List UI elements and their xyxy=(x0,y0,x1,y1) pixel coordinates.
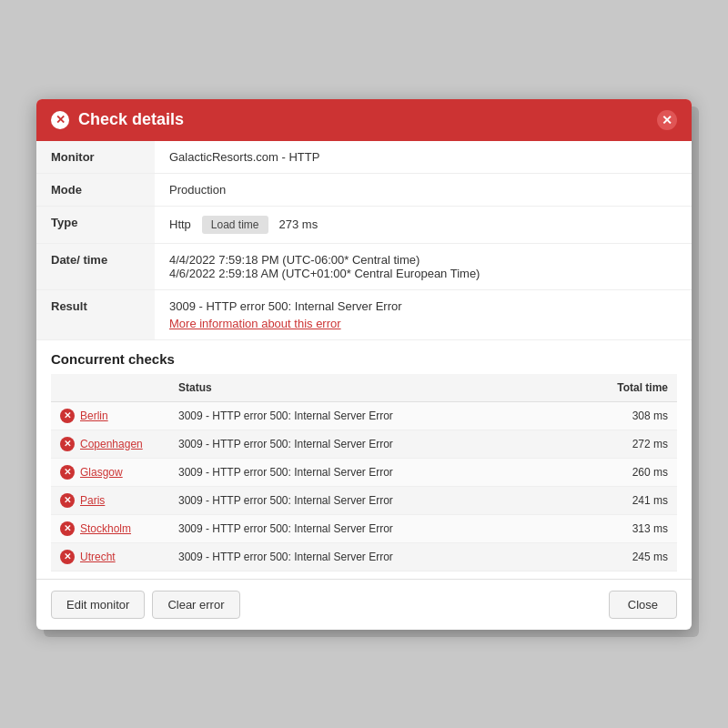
time-cell: 260 ms xyxy=(561,458,678,486)
city-link[interactable]: Utrecht xyxy=(80,551,116,563)
concurrent-table: Status Total time ✕ Berlin 3009 - HTTP e… xyxy=(51,374,677,571)
city-error-x: ✕ xyxy=(64,440,71,449)
edit-monitor-button[interactable]: Edit monitor xyxy=(51,591,145,619)
city-error-icon: ✕ xyxy=(60,409,75,423)
table-row: ✕ Utrecht 3009 - HTTP error 500: Interna… xyxy=(51,542,677,571)
col-time-header: Total time xyxy=(561,374,678,402)
mode-label: Mode xyxy=(36,173,155,206)
type-label: Type xyxy=(36,206,155,243)
col-city-header xyxy=(51,374,169,402)
result-value: 3009 - HTTP error 500: Internal Server E… xyxy=(155,289,692,339)
dialog-close-button[interactable]: ✕ xyxy=(657,110,677,130)
monitor-row: Monitor GalacticResorts.com - HTTP xyxy=(36,141,692,174)
city-link[interactable]: Paris xyxy=(80,494,105,507)
dialog-title: Check details xyxy=(78,110,648,129)
city-error-icon: ✕ xyxy=(60,550,75,564)
table-row: ✕ Glasgow 3009 - HTTP error 500: Interna… xyxy=(51,458,677,486)
datetime-line1: 4/4/2022 7:59:18 PM (UTC-06:00* Central … xyxy=(169,253,677,267)
status-cell: 3009 - HTTP error 500: Internal Server E… xyxy=(169,430,561,458)
result-label: Result xyxy=(36,289,155,339)
time-cell: 245 ms xyxy=(561,542,678,571)
datetime-label: Date/ time xyxy=(36,243,155,289)
city-error-x: ✕ xyxy=(64,496,71,505)
col-status-header: Status xyxy=(169,374,561,402)
city-link[interactable]: Berlin xyxy=(80,410,108,422)
status-cell: 3009 - HTTP error 500: Internal Server E… xyxy=(169,542,561,571)
concurrent-title: Concurrent checks xyxy=(51,351,677,367)
city-cell: ✕ Stockholm xyxy=(51,514,169,542)
table-row: ✕ Berlin 3009 - HTTP error 500: Internal… xyxy=(51,401,677,430)
table-row: ✕ Copenhagen 3009 - HTTP error 500: Inte… xyxy=(51,430,677,458)
datetime-row: Date/ time 4/4/2022 7:59:18 PM (UTC-06:0… xyxy=(36,243,692,289)
city-cell: ✕ Paris xyxy=(51,486,169,514)
type-load-time-row: Http Load time 273 ms xyxy=(169,216,677,234)
type-value: Http xyxy=(169,217,191,231)
check-details-dialog: ✕ Check details ✕ Monitor GalacticResort… xyxy=(36,99,692,630)
clear-error-button[interactable]: Clear error xyxy=(152,591,239,619)
type-row: Type Http Load time 273 ms xyxy=(36,206,692,243)
city-cell: ✕ Copenhagen xyxy=(51,430,169,458)
time-cell: 308 ms xyxy=(561,401,678,430)
status-cell: 3009 - HTTP error 500: Internal Server E… xyxy=(169,458,561,486)
city-error-icon: ✕ xyxy=(60,437,75,451)
load-time-value: 273 ms xyxy=(279,217,318,231)
time-cell: 241 ms xyxy=(561,486,678,514)
concurrent-header-row: Status Total time xyxy=(51,374,677,402)
monitor-value: GalacticResorts.com - HTTP xyxy=(155,141,692,174)
city-cell: ✕ Utrecht xyxy=(51,542,169,571)
time-cell: 313 ms xyxy=(561,514,678,542)
header-x-symbol: ✕ xyxy=(56,114,66,126)
city-error-icon: ✕ xyxy=(60,521,75,536)
status-cell: 3009 - HTTP error 500: Internal Server E… xyxy=(169,401,561,430)
city-cell: ✕ Glasgow xyxy=(51,458,169,486)
status-cell: 3009 - HTTP error 500: Internal Server E… xyxy=(169,514,561,542)
status-cell: 3009 - HTTP error 500: Internal Server E… xyxy=(169,486,561,514)
header-error-icon: ✕ xyxy=(51,111,69,129)
city-error-x: ✕ xyxy=(64,468,71,477)
city-cell: ✕ Berlin xyxy=(51,401,169,430)
concurrent-section: Concurrent checks Status Total time ✕ xyxy=(36,340,692,579)
table-row: ✕ Paris 3009 - HTTP error 500: Internal … xyxy=(51,486,677,514)
city-error-icon: ✕ xyxy=(60,493,75,508)
result-row: Result 3009 - HTTP error 500: Internal S… xyxy=(36,289,692,339)
monitor-label: Monitor xyxy=(36,141,155,174)
city-link[interactable]: Copenhagen xyxy=(80,438,143,450)
mode-value: Production xyxy=(155,173,692,206)
close-button[interactable]: Close xyxy=(609,591,677,619)
load-time-badge: Load time xyxy=(202,216,268,234)
city-error-x: ✕ xyxy=(64,552,71,561)
city-error-icon: ✕ xyxy=(60,465,75,480)
result-error-text: 3009 - HTTP error 500: Internal Server E… xyxy=(169,299,677,313)
datetime-line2: 4/6/2022 2:59:18 AM (UTC+01:00* Central … xyxy=(169,267,677,280)
info-table: Monitor GalacticResorts.com - HTTP Mode … xyxy=(36,141,692,340)
datetime-value: 4/4/2022 7:59:18 PM (UTC-06:00* Central … xyxy=(155,243,692,289)
dialog-header: ✕ Check details ✕ xyxy=(36,99,692,141)
city-error-x: ✕ xyxy=(64,524,71,533)
mode-row: Mode Production xyxy=(36,173,692,206)
city-link[interactable]: Stockholm xyxy=(80,522,131,535)
city-link[interactable]: Glasgow xyxy=(80,466,123,479)
time-cell: 272 ms xyxy=(561,430,678,458)
footer-left-buttons: Edit monitor Clear error xyxy=(51,591,240,619)
table-row: ✕ Stockholm 3009 - HTTP error 500: Inter… xyxy=(51,514,677,542)
type-value-cell: Http Load time 273 ms xyxy=(155,206,692,243)
city-error-x: ✕ xyxy=(64,411,71,420)
more-info-link[interactable]: More information about this error xyxy=(169,317,677,330)
dialog-body: Monitor GalacticResorts.com - HTTP Mode … xyxy=(36,141,692,579)
dialog-backdrop: ✕ Check details ✕ Monitor GalacticResort… xyxy=(36,99,692,630)
dialog-footer: Edit monitor Clear error Close xyxy=(36,579,692,630)
